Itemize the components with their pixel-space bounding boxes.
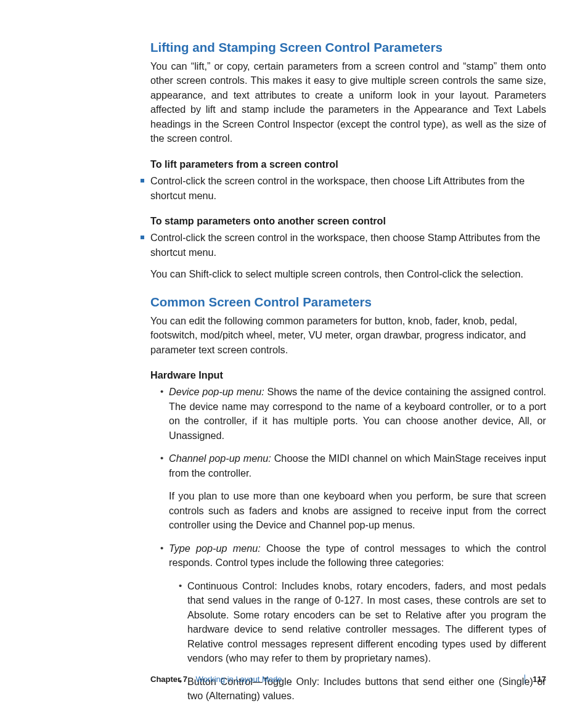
heading-common: Common Screen Control Parameters [150,294,546,310]
lift-step: Control-click the screen control in the … [150,174,546,203]
term-type: Type pop-up menu: [169,543,261,554]
subhead-lift: To lift parameters from a screen control [150,157,546,171]
page-footer: Chapter 7 Working in Layout Mode 117 [150,675,546,684]
document-page: Lifting and Stamping Screen Control Para… [0,0,588,706]
square-bullet-icon [141,236,144,239]
list-item: Control-click the screen control in the … [150,174,546,203]
subhead-stamp: To stamp parameters onto another screen … [150,214,546,228]
list-item-continuous: Continuous Control: Includes knobs, rota… [181,579,546,666]
term-channel: Channel pop-up menu: [169,453,271,464]
stamp-note: You can Shift-click to select multiple s… [150,267,546,281]
section-lifting-stamping: Lifting and Stamping Screen Control Para… [150,39,546,282]
list-item: Control-click the screen control in the … [150,231,546,281]
footer-title: Working in Layout Mode [196,675,282,684]
extra-channel: If you plan to use more than one keyboar… [169,489,546,532]
footer-left: Chapter 7 Working in Layout Mode [150,675,282,684]
list-item-channel: Channel pop-up menu: Choose the MIDI cha… [161,451,546,532]
square-bullet-icon [141,179,144,183]
footer-page-number: 117 [525,675,546,684]
heading-lifting: Lifting and Stamping Screen Control Para… [150,39,546,55]
subhead-hardware-input: Hardware Input [150,368,546,382]
stamp-step: Control-click the screen control in the … [150,231,546,260]
type-categories-list: Continuous Control: Includes knobs, rota… [169,579,546,704]
term-device: Device pop-up menu: [169,386,264,397]
footer-chapter: Chapter 7 [150,675,187,684]
hardware-input-list: Device pop-up menu: Shows the name of th… [150,385,546,703]
intro-common: You can edit the following common parame… [150,314,546,357]
list-item-device: Device pop-up menu: Shows the name of th… [161,385,546,443]
section-common-params: Common Screen Control Parameters You can… [150,294,546,704]
intro-lifting: You can “lift,” or copy, certain paramet… [150,59,546,146]
